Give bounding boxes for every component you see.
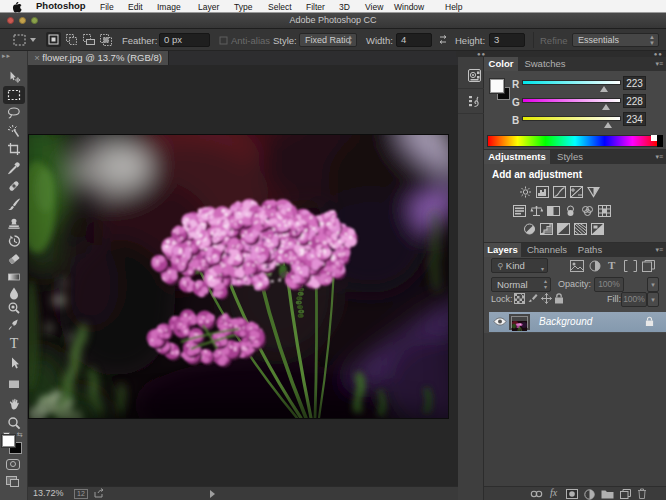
svg-text:T: T: [10, 336, 19, 350]
